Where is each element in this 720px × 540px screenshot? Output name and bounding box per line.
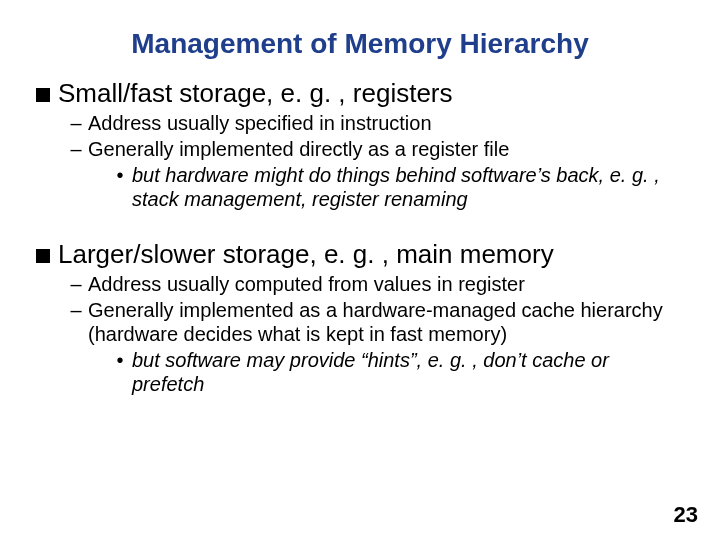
bullet-text: Generally implemented as a hardware-mana… bbox=[88, 298, 684, 346]
spacer bbox=[36, 211, 684, 237]
sub-bullet-item: • but software may provide “hints”, e. g… bbox=[114, 348, 684, 396]
sub-bullet-item: • but hardware might do things behind so… bbox=[114, 163, 684, 211]
dash-icon: – bbox=[70, 137, 82, 161]
bullet-text: Address usually specified in instruction bbox=[88, 111, 432, 135]
bullet-text: Generally implemented directly as a regi… bbox=[88, 137, 509, 161]
bullet-text: Address usually computed from values in … bbox=[88, 272, 525, 296]
slide-title: Management of Memory Hierarchy bbox=[36, 28, 684, 60]
square-bullet-icon bbox=[36, 249, 50, 263]
page-number: 23 bbox=[674, 502, 698, 528]
sub-bullet-text: but software may provide “hints”, e. g. … bbox=[132, 348, 684, 396]
dot-icon: • bbox=[114, 348, 126, 372]
section-heading-1-text: Small/fast storage, e. g. , registers bbox=[58, 78, 453, 109]
section-heading-1: Small/fast storage, e. g. , registers bbox=[36, 78, 684, 109]
section-heading-2: Larger/slower storage, e. g. , main memo… bbox=[36, 239, 684, 270]
bullet-item: – Generally implemented directly as a re… bbox=[70, 137, 684, 161]
dash-icon: – bbox=[70, 298, 82, 322]
dash-icon: – bbox=[70, 111, 82, 135]
bullet-item: – Generally implemented as a hardware-ma… bbox=[70, 298, 684, 346]
dash-icon: – bbox=[70, 272, 82, 296]
sub-bullet-text: but hardware might do things behind soft… bbox=[132, 163, 684, 211]
bullet-item: – Address usually computed from values i… bbox=[70, 272, 684, 296]
dot-icon: • bbox=[114, 163, 126, 187]
bullet-item: – Address usually specified in instructi… bbox=[70, 111, 684, 135]
section-heading-2-text: Larger/slower storage, e. g. , main memo… bbox=[58, 239, 554, 270]
slide: Management of Memory Hierarchy Small/fas… bbox=[0, 0, 720, 540]
square-bullet-icon bbox=[36, 88, 50, 102]
